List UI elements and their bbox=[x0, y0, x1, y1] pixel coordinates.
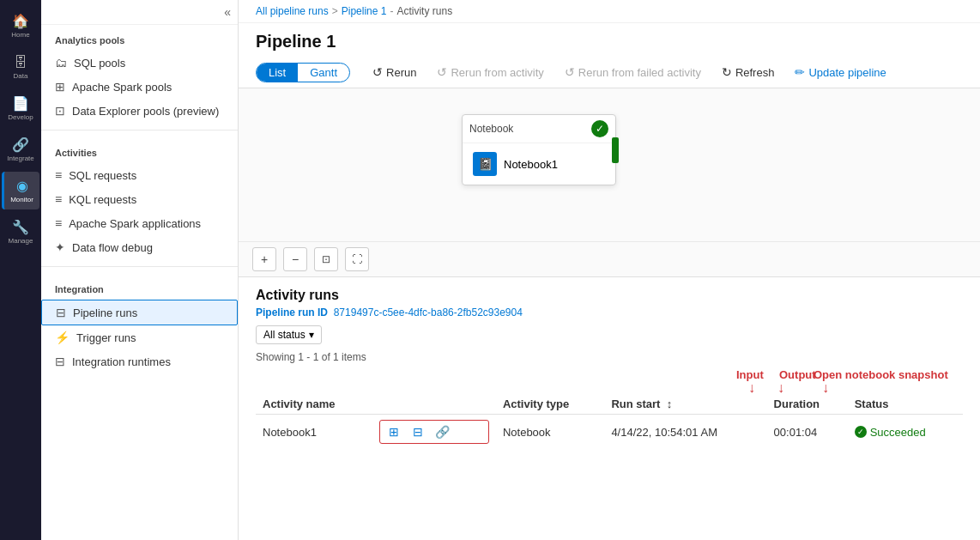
sidebar-item-manage[interactable]: 🔧 Manage bbox=[2, 213, 39, 251]
sidebar-header: « bbox=[41, 0, 238, 25]
rerun-icon: ↺ bbox=[372, 65, 383, 79]
sidebar-item-home[interactable]: 🏠 Home bbox=[2, 7, 39, 45]
sidebar-item-sql-requests[interactable]: ≡ SQL requests bbox=[41, 163, 238, 187]
status-filter-chevron-icon: ▾ bbox=[309, 329, 314, 341]
sidebar-item-manage-label: Manage bbox=[9, 237, 33, 245]
sidebar: « Analytics pools 🗂 SQL pools ⊞ Apache S… bbox=[41, 0, 239, 540]
sidebar-item-integration-runtimes-label: Integration runtimes bbox=[72, 355, 171, 368]
arrow-input-icon: ↓ bbox=[748, 380, 755, 396]
sidebar-item-data-label: Data bbox=[14, 72, 28, 80]
view-tab-group: List Gantt bbox=[256, 63, 350, 82]
cell-status: ✓ Succeeded bbox=[848, 415, 963, 450]
sidebar-item-data[interactable]: 🗄 Data bbox=[2, 48, 39, 86]
col-run-start: Run start ↕ bbox=[604, 394, 766, 415]
canvas-toolbar: + − ⊡ ⛶ bbox=[239, 241, 980, 276]
update-pipeline-label: Update pipeline bbox=[808, 66, 886, 79]
pipeline-run-id-value: 8719497c-c5ee-4dfc-ba86-2fb52c93e904 bbox=[334, 306, 523, 319]
sidebar-item-data-flow-label: Data flow debug bbox=[72, 241, 153, 254]
sidebar-item-spark-applications-label: Apache Spark applications bbox=[69, 217, 201, 230]
refresh-button[interactable]: ↻ Refresh bbox=[713, 62, 783, 82]
open-snapshot-button[interactable]: 🔗 bbox=[432, 422, 452, 441]
sidebar-item-develop-label: Develop bbox=[8, 113, 33, 121]
notebook-activity-name: Notebook1 bbox=[504, 158, 558, 171]
breadcrumb-all-pipeline-runs[interactable]: All pipeline runs bbox=[256, 5, 329, 17]
divider-2 bbox=[41, 266, 238, 267]
notebook-card-body: 📓 Notebook1 bbox=[463, 143, 615, 185]
sidebar-item-pipeline-runs[interactable]: ⊟ Pipeline runs bbox=[41, 300, 238, 325]
input-action-button[interactable]: ⊞ bbox=[384, 422, 404, 441]
sidebar-item-trigger-runs-label: Trigger runs bbox=[76, 331, 136, 344]
notebook-card: Notebook ✓ 📓 Notebook1 bbox=[462, 114, 616, 185]
status-filter-label: All status bbox=[263, 329, 305, 341]
annotation-output: Output bbox=[779, 368, 816, 381]
table-header-row: Activity name Activity type Run start ↕ … bbox=[256, 394, 963, 415]
integration-section-title: Integration bbox=[41, 274, 238, 300]
breadcrumb-pipeline1[interactable]: Pipeline 1 bbox=[342, 5, 387, 17]
analytics-pools-section-title: Analytics pools bbox=[41, 25, 238, 51]
manage-icon: 🔧 bbox=[12, 219, 29, 235]
notebook-card-title: Notebook bbox=[469, 123, 513, 135]
monitor-icon: ◉ bbox=[16, 178, 28, 194]
trigger-runs-icon: ⚡ bbox=[55, 331, 70, 344]
sidebar-item-data-explorer-pools[interactable]: ⊡ Data Explorer pools (preview) bbox=[41, 99, 238, 123]
bottom-panel: Activity runs Pipeline run ID 8719497c-c… bbox=[239, 277, 980, 449]
data-explorer-icon: ⊡ bbox=[55, 104, 65, 118]
canvas-zoom-in-button[interactable]: + bbox=[252, 247, 276, 271]
canvas-area[interactable]: Notebook ✓ 📓 Notebook1 + − ⊡ ⛶ bbox=[239, 88, 980, 277]
sidebar-item-monitor-label: Monitor bbox=[10, 196, 33, 203]
edit-icon: ✏ bbox=[795, 65, 805, 79]
action-icons-group: ⊞ ⊟ 🔗 bbox=[379, 420, 489, 444]
canvas-zoom-out-button[interactable]: − bbox=[283, 247, 307, 271]
icon-bar: 🏠 Home 🗄 Data 📄 Develop 🔗 Integrate ◉ Mo… bbox=[0, 0, 41, 540]
sidebar-item-integration-runtimes[interactable]: ⊟ Integration runtimes bbox=[41, 349, 238, 373]
notebook-icon: 📓 bbox=[473, 152, 497, 176]
annotation-row: Input Output Open notebook snapshot ↓ ↓ … bbox=[256, 368, 963, 392]
tab-gantt[interactable]: Gantt bbox=[298, 64, 349, 82]
arrow-output-icon: ↓ bbox=[777, 380, 784, 396]
sidebar-item-integrate-label: Integrate bbox=[7, 155, 34, 162]
sidebar-collapse-button[interactable]: « bbox=[224, 5, 231, 19]
status-filter-dropdown[interactable]: All status ▾ bbox=[256, 325, 322, 344]
status-text: Succeeded bbox=[870, 426, 926, 439]
rerun-from-failed-button[interactable]: ↺ Rerun from failed activity bbox=[556, 62, 710, 82]
col-activity-name: Activity name bbox=[256, 394, 372, 415]
sidebar-item-kql-requests[interactable]: ≡ KQL requests bbox=[41, 187, 238, 211]
sql-pools-icon: 🗂 bbox=[55, 56, 67, 70]
sidebar-item-data-flow-debug[interactable]: ✦ Data flow debug bbox=[41, 235, 238, 259]
home-icon: 🏠 bbox=[12, 13, 29, 29]
breadcrumb-sep-2: - bbox=[390, 5, 393, 17]
sort-icon: ↕ bbox=[667, 397, 673, 410]
sidebar-item-home-label: Home bbox=[11, 31, 29, 39]
sidebar-item-spark-applications[interactable]: ≡ Apache Spark applications bbox=[41, 211, 238, 235]
sidebar-item-monitor[interactable]: ◉ Monitor bbox=[2, 172, 39, 209]
output-action-button[interactable]: ⊟ bbox=[408, 422, 428, 441]
integration-runtimes-icon: ⊟ bbox=[55, 355, 65, 368]
pipeline-run-id-label: Pipeline run ID bbox=[256, 306, 328, 319]
col-status: Status bbox=[848, 394, 963, 415]
kql-requests-icon: ≡ bbox=[55, 192, 62, 206]
notebook-card-header: Notebook ✓ bbox=[463, 115, 615, 143]
sidebar-item-sql-pools[interactable]: 🗂 SQL pools bbox=[41, 51, 238, 75]
main-content: All pipeline runs > Pipeline 1 - Activit… bbox=[239, 0, 980, 540]
rerun-from-activity-label: Rerun from activity bbox=[451, 66, 543, 79]
breadcrumb: All pipeline runs > Pipeline 1 - Activit… bbox=[239, 0, 980, 23]
sidebar-item-develop[interactable]: 📄 Develop bbox=[2, 89, 39, 127]
sidebar-item-trigger-runs[interactable]: ⚡ Trigger runs bbox=[41, 325, 238, 349]
data-flow-icon: ✦ bbox=[55, 240, 65, 254]
sidebar-item-pipeline-runs-label: Pipeline runs bbox=[73, 306, 137, 319]
status-badge: ✓ Succeeded bbox=[855, 426, 956, 439]
rerun-button[interactable]: ↺ Rerun bbox=[364, 62, 425, 82]
canvas-fit-button[interactable]: ⊡ bbox=[314, 247, 338, 271]
cell-action-icons: ⊞ ⊟ 🔗 bbox=[372, 415, 496, 450]
tab-list[interactable]: List bbox=[257, 64, 298, 82]
green-bar bbox=[612, 137, 619, 163]
status-success-dot: ✓ bbox=[855, 426, 867, 438]
canvas-fullscreen-button[interactable]: ⛶ bbox=[345, 247, 369, 271]
update-pipeline-button[interactable]: ✏ Update pipeline bbox=[786, 62, 894, 82]
breadcrumb-current: Activity runs bbox=[396, 5, 452, 17]
rerun-from-activity-button[interactable]: ↺ Rerun from activity bbox=[428, 62, 552, 82]
sidebar-item-integrate[interactable]: 🔗 Integrate bbox=[2, 130, 39, 168]
pipeline-run-id: Pipeline run ID 8719497c-c5ee-4dfc-ba86-… bbox=[256, 306, 963, 319]
spark-pools-icon: ⊞ bbox=[55, 80, 65, 94]
sidebar-item-spark-pools[interactable]: ⊞ Apache Spark pools bbox=[41, 75, 238, 99]
